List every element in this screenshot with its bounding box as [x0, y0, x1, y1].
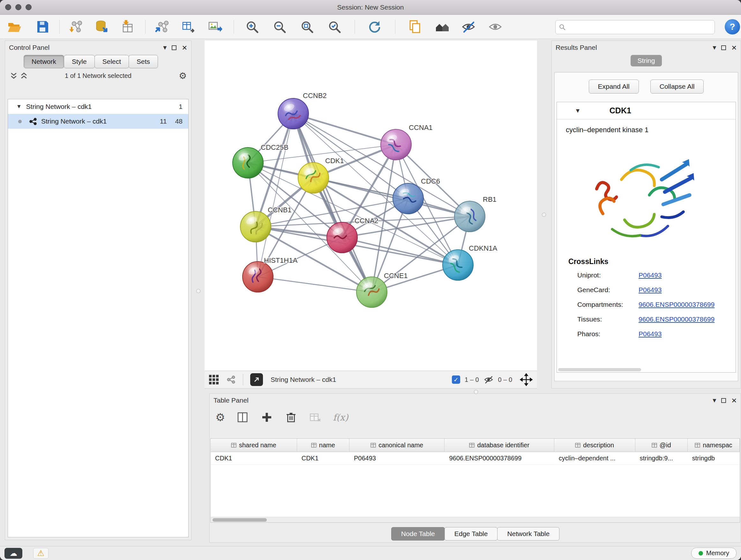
panel-float-icon[interactable]: [721, 398, 726, 403]
network-canvas[interactable]: CCNB2CCNA1CDC25BCDK1CDC6RB1CCNB1CCNA2CDK…: [205, 41, 537, 371]
panel-close-icon[interactable]: ✕: [731, 44, 737, 51]
network-node-ccna2[interactable]: [327, 222, 357, 253]
panel-menu-icon[interactable]: ▾: [713, 44, 716, 51]
protein-section-header[interactable]: ▼ CDK1: [557, 102, 736, 119]
tab-select[interactable]: Select: [94, 55, 129, 68]
cloud-button[interactable]: ☁: [4, 548, 22, 559]
warnings-button[interactable]: ⚠: [33, 548, 49, 559]
table-hscrollbar[interactable]: [211, 517, 740, 522]
results-hscrollbar[interactable]: [558, 368, 641, 371]
tab-node-table[interactable]: Node Table: [391, 527, 445, 541]
tab-style[interactable]: Style: [64, 55, 95, 68]
crosslink-link[interactable]: P06493: [638, 330, 662, 338]
collapse-all-button[interactable]: Collapse All: [650, 79, 704, 94]
network-node-rb1[interactable]: [455, 201, 485, 232]
pan-crosshair-icon[interactable]: [520, 373, 533, 386]
save-session-button[interactable]: [35, 19, 51, 35]
birds-eye-view-icon[interactable]: [209, 375, 219, 384]
import-network-button[interactable]: [68, 19, 84, 35]
tab-edge-table[interactable]: Edge Table: [445, 527, 498, 541]
network-from-table-button[interactable]: [181, 19, 197, 35]
open-session-button[interactable]: [6, 19, 22, 35]
control-panel-header: Control Panel ▾ ✕: [5, 41, 191, 54]
zoom-out-button[interactable]: [272, 19, 287, 35]
zoom-selected-button[interactable]: [327, 19, 342, 35]
expand-all-button[interactable]: Expand All: [589, 79, 639, 94]
crosslink-link[interactable]: 9606.ENSP00000378699: [638, 315, 715, 323]
help-button[interactable]: ?: [725, 19, 740, 35]
network-node-cdc6[interactable]: [393, 183, 423, 214]
network-options-gear-icon[interactable]: ⚙: [179, 71, 187, 81]
column-header[interactable]: shared name: [211, 439, 297, 452]
home-networks-button[interactable]: [434, 19, 450, 35]
network-edge[interactable]: [258, 277, 372, 292]
add-column-icon[interactable]: [260, 411, 273, 424]
delete-column-trash-icon[interactable]: [284, 411, 298, 424]
hidden-eye-slash-icon[interactable]: [483, 374, 494, 385]
tab-network[interactable]: Network: [23, 55, 64, 68]
node-label: CCNB2: [303, 91, 327, 100]
network-node-ccnb1[interactable]: [240, 211, 271, 242]
tree-expand-icon[interactable]: ▼: [16, 104, 22, 110]
column-header[interactable]: namespac: [688, 439, 740, 452]
tab-string[interactable]: String: [630, 55, 662, 66]
network-node-cdkn1a[interactable]: [443, 250, 473, 280]
crosslink-link[interactable]: P06493: [638, 271, 662, 279]
crosslink-link[interactable]: 9606.ENSP00000378699: [638, 301, 715, 308]
column-header[interactable]: @id: [635, 439, 688, 452]
tab-sets[interactable]: Sets: [129, 55, 158, 68]
column-type-icon: [231, 442, 237, 448]
network-node-ccne1[interactable]: [356, 277, 387, 307]
zoom-window-button[interactable]: [25, 4, 31, 10]
network-collection-row[interactable]: ▼ String Network – cdk1 1: [8, 99, 188, 114]
show-graphics-button[interactable]: [487, 19, 503, 35]
copy-document-button[interactable]: [407, 19, 423, 35]
table-row[interactable]: CDK1CDK1P064939606.ENSP00000378699cyclin…: [211, 452, 740, 465]
refresh-button[interactable]: [366, 19, 382, 35]
table-hscroll-thumb[interactable]: [212, 518, 267, 522]
column-header[interactable]: name: [297, 439, 349, 452]
tab-network-table[interactable]: Network Table: [497, 527, 559, 541]
import-database-button[interactable]: [93, 19, 110, 35]
close-window-button[interactable]: [5, 4, 11, 10]
network-edge[interactable]: [313, 178, 470, 216]
table-cell: stringdb:9...: [635, 452, 688, 464]
crosslink-link[interactable]: P06493: [638, 286, 662, 294]
search-input[interactable]: [568, 23, 711, 31]
column-header[interactable]: canonical name: [349, 439, 445, 452]
section-collapse-icon[interactable]: ▼: [575, 107, 581, 114]
network-node-hist1h1a[interactable]: [243, 261, 273, 292]
left-splitter-handle[interactable]: [196, 289, 200, 293]
network-row-selected[interactable]: String Network – cdk1 11 48: [8, 114, 188, 129]
right-splitter-handle[interactable]: [542, 212, 546, 217]
export-image-button[interactable]: [207, 19, 223, 35]
column-header[interactable]: description: [554, 439, 635, 452]
network-node-cdk1[interactable]: [298, 163, 329, 193]
minimize-window-button[interactable]: [15, 4, 21, 10]
panel-menu-icon[interactable]: ▾: [713, 397, 716, 404]
network-node-ccna1[interactable]: [381, 129, 411, 160]
import-table-button[interactable]: [119, 19, 135, 35]
bottom-splitter-handle[interactable]: [474, 390, 478, 394]
table-options-gear-icon[interactable]: ⚙: [215, 411, 225, 424]
network-node-cdc25b[interactable]: [232, 147, 263, 178]
network-edge[interactable]: [293, 114, 372, 292]
panel-close-icon[interactable]: ✕: [182, 44, 187, 51]
selected-checkbox-icon[interactable]: ✓: [452, 375, 460, 384]
column-header[interactable]: database identifier: [445, 439, 554, 452]
export-network-button[interactable]: [250, 373, 263, 386]
zoom-fit-button[interactable]: [299, 19, 315, 35]
new-network-button[interactable]: [154, 19, 171, 35]
network-edge[interactable]: [293, 114, 396, 145]
panel-float-icon[interactable]: [172, 45, 177, 50]
panel-close-icon[interactable]: ✕: [731, 397, 737, 404]
network-node-ccnb2[interactable]: [278, 98, 309, 129]
table-cell: 9606.ENSP00000378699: [445, 452, 554, 464]
zoom-in-button[interactable]: [244, 19, 260, 35]
show-columns-icon[interactable]: [236, 411, 249, 424]
memory-button[interactable]: Memory: [691, 548, 737, 559]
new-network-icon: [155, 19, 170, 35]
panel-menu-icon[interactable]: ▾: [163, 44, 166, 51]
hide-annotations-button[interactable]: [461, 19, 476, 35]
panel-float-icon[interactable]: [721, 45, 726, 50]
